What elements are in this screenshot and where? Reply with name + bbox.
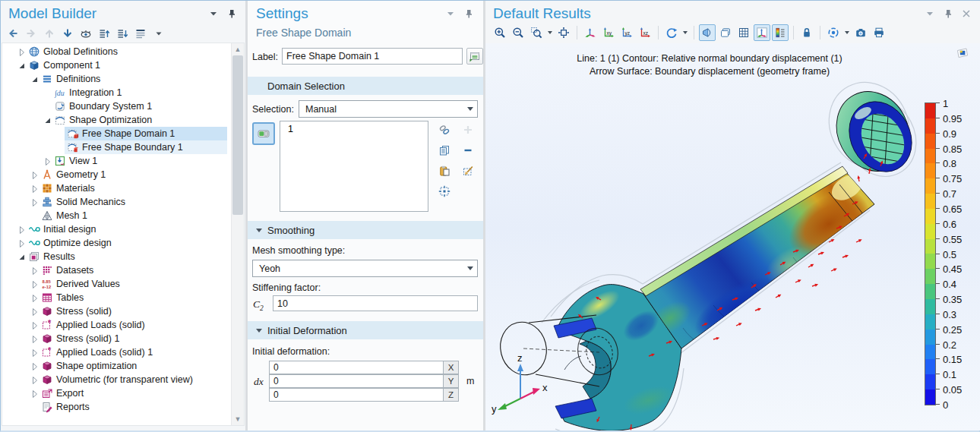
zoom-in-button[interactable] [492,24,508,41]
scroll-down-icon[interactable]: ▼ [232,413,244,425]
tree-item-global-definitions[interactable]: Global Definitions [2,45,227,58]
down-button[interactable] [60,26,75,41]
expand-arrow-icon[interactable] [29,183,40,194]
mesh-smoothing-combo[interactable]: Yeoh [252,260,478,277]
rotate-dropdown-icon[interactable] [681,24,689,41]
tree-item-materials[interactable]: Materials [2,181,227,195]
add-selection-button[interactable] [461,123,475,137]
show-button[interactable] [78,26,93,41]
active-toggle-button[interactable] [252,122,275,145]
axes-button[interactable] [754,24,770,41]
expand-arrow-icon[interactable] [16,46,27,57]
tree-item-shape-optimization[interactable]: Shape optimization [2,359,227,373]
paste-selection-button[interactable] [438,164,451,178]
tree-item-initial-design[interactable]: Initial design [2,222,227,236]
tree-item-tables[interactable]: Tables [2,291,227,304]
view-3d-button[interactable] [582,24,599,41]
zoom-extents-button[interactable] [555,24,572,41]
tree-scrollbar[interactable]: ▲ ▼ [231,43,244,425]
collapse-arrow-icon[interactable] [42,115,52,125]
expand-arrow-icon[interactable] [29,320,40,330]
zoom-box-button[interactable] [528,24,545,41]
zoom-out-button[interactable] [510,24,526,41]
caret-down-icon[interactable] [924,8,936,20]
update-plot-button[interactable] [825,24,842,41]
tree-item-reports[interactable]: Reports [2,400,227,414]
view-xy-button[interactable]: xy [600,24,617,41]
stiffening-factor-input[interactable] [273,295,478,311]
collapse-all-button[interactable] [115,26,130,41]
tree-item-definitions[interactable]: Definitions [2,72,227,86]
tree-item-solid-mechanics[interactable]: Solid Mechanics [2,195,227,209]
tree-item-view-1[interactable]: View 1 [2,154,227,168]
expand-arrow-icon[interactable] [29,306,40,317]
tree-item-free-shape-domain-1[interactable]: Free Shape Domain 1 [2,127,227,140]
tree-item-volumetric-for-transparent-view[interactable]: Volumetric (for transparent view) [2,373,227,386]
deformation-input-z[interactable] [269,388,444,402]
color-legend-button[interactable] [772,24,789,41]
expand-all-button[interactable] [96,26,112,41]
tree-item-geometry-1[interactable]: Geometry 1 [2,168,227,181]
selection-list[interactable]: 1 [280,121,428,212]
scroll-up-icon[interactable]: ▲ [232,43,244,55]
collapse-arrow-icon[interactable] [16,60,27,71]
pin-dark-icon[interactable] [226,8,238,20]
section-smoothing[interactable]: Smoothing [248,221,484,239]
expand-arrow-icon[interactable] [42,156,52,166]
print-button[interactable] [871,24,887,41]
expand-arrow-icon[interactable] [16,238,27,248]
section-domain-selection[interactable]: Domain Selection [248,77,484,95]
lock-button[interactable] [798,24,815,41]
expand-arrow-icon[interactable] [29,333,40,344]
label-input[interactable] [282,48,463,65]
expand-arrow-icon[interactable] [29,265,40,276]
tree-item-boundary-system-1[interactable]: Boundary System 1 [2,99,227,113]
collapse-arrow-icon[interactable] [29,74,40,84]
tree-item-derived-values[interactable]: 8.85e-12Derived Values [2,277,227,291]
remove-selection-button[interactable] [461,143,475,157]
expand-arrow-icon[interactable] [29,279,40,289]
node-text-button[interactable] [133,26,148,41]
rotate-button[interactable] [663,24,680,41]
close-icon[interactable] [960,8,972,20]
link-selection-button[interactable] [438,123,451,137]
pin-icon[interactable] [942,8,954,20]
tree-item-stress-solid[interactable]: Stress (solid) [2,304,227,318]
scene-button[interactable] [717,24,734,41]
scrollbar-thumb[interactable] [232,55,243,215]
selection-list-item[interactable]: 1 [288,124,428,134]
tree-item-optimize-design[interactable]: Optimize design [2,236,227,250]
tree-item-datasets[interactable]: Datasets [2,263,227,277]
copy-selection-button[interactable] [438,143,451,157]
tree-item-component-1[interactable]: Component 1 [2,58,227,72]
clear-selection-button[interactable] [461,164,475,178]
zoom-box-dropdown-icon[interactable] [546,24,554,41]
plot-area[interactable]: Line: 1 (1) Contour: Relative normal bou… [485,43,980,430]
tree-item-applied-loads-solid[interactable]: *Applied Loads (solid) [2,318,227,332]
forward-button[interactable] [24,26,39,41]
caret-down-icon[interactable] [444,8,457,20]
camera-button[interactable] [852,24,869,41]
view-yz-button[interactable]: yz [618,24,635,41]
expand-arrow-icon[interactable] [29,388,40,399]
grid-button[interactable] [735,24,752,41]
zoom-to-selection-button[interactable] [438,184,451,198]
expand-arrow-icon[interactable] [29,361,40,371]
back-button[interactable] [5,26,21,41]
expand-arrow-icon[interactable] [29,347,40,358]
up-button[interactable] [42,26,57,41]
caret-down-dark-icon[interactable] [207,8,220,20]
rename-label-button[interactable] [466,48,483,65]
deformation-input-x[interactable] [269,361,444,374]
tree-item-export[interactable]: Export [2,386,227,400]
expand-arrow-icon[interactable] [29,374,40,385]
collapse-arrow-icon[interactable] [16,251,27,262]
expand-arrow-icon[interactable] [29,169,40,180]
pin-icon[interactable] [463,8,475,20]
expand-arrow-icon[interactable] [16,224,27,235]
deformation-input-y[interactable] [269,374,444,388]
section-initial-deformation[interactable]: Initial Deformation [248,321,484,339]
expand-arrow-icon[interactable] [29,197,40,207]
view-xz-button[interactable]: xz [637,24,653,41]
selection-combo[interactable]: Manual [299,100,478,118]
